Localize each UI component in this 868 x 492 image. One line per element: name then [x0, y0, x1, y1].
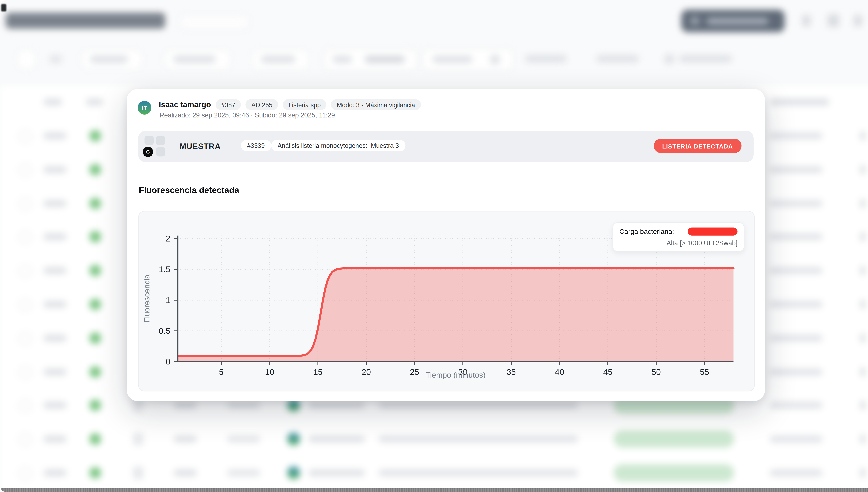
- toolbar-icon-1[interactable]: [802, 15, 811, 26]
- row-status-dot: [89, 130, 101, 142]
- row-type-text: [227, 436, 260, 443]
- x-axis-label: Tiempo (minutos): [178, 371, 733, 379]
- row-id-text: [44, 436, 67, 443]
- filter-categoria[interactable]: [523, 50, 574, 68]
- row-id-text: [44, 132, 67, 139]
- row-date-text: [770, 469, 822, 476]
- filter-resultado[interactable]: [594, 50, 647, 68]
- row-status-dot: [89, 164, 101, 175]
- row-drag-handle[interactable]: [133, 467, 143, 479]
- row-date-text: [770, 436, 822, 443]
- row-date-text: [770, 166, 822, 173]
- bottom-edge-bar: [0, 488, 868, 492]
- row-menu-button[interactable]: [861, 401, 865, 410]
- row-date-text: [770, 335, 822, 342]
- row-checkbox[interactable]: [19, 197, 31, 210]
- toolbar-icon-3[interactable]: [854, 15, 862, 26]
- test-id-badge: #387: [215, 99, 241, 110]
- row-date-text: [770, 402, 822, 409]
- page-title: [6, 13, 165, 29]
- row-ref-text: [174, 402, 197, 409]
- sample-analysis-badge: Análisis listeria monocytogenes: Muestra…: [271, 140, 405, 151]
- sample-type-label: MUESTRA: [180, 142, 221, 151]
- row-checkbox[interactable]: [19, 332, 31, 345]
- row-checkbox[interactable]: [19, 231, 31, 244]
- row-date-text: [770, 368, 822, 375]
- timestamps-meta: Realizado: 29 sep 2025, 09:46 · Subido: …: [159, 112, 335, 119]
- row-status-dot: [89, 366, 101, 377]
- table-row[interactable]: [0, 422, 868, 456]
- row-menu-button[interactable]: [861, 367, 865, 376]
- row-checkbox[interactable]: [19, 164, 31, 176]
- row-checkbox[interactable]: [19, 130, 31, 143]
- filter-estado[interactable]: [81, 50, 142, 69]
- filter-realizado-el[interactable]: [663, 50, 743, 68]
- y-axis-label: Fluorescencia: [142, 236, 151, 362]
- row-drag-handle[interactable]: [133, 433, 143, 445]
- target-badge: Listeria spp: [283, 99, 327, 110]
- row-menu-button[interactable]: [861, 300, 865, 309]
- chart-legend: Carga bacteriana: Alta [> 1000 UFC/Swab]: [612, 222, 744, 251]
- row-status-dot: [89, 433, 101, 445]
- row-checkbox[interactable]: [19, 467, 31, 480]
- row-checkbox[interactable]: [19, 400, 31, 412]
- svg-text:0.5: 0.5: [159, 326, 170, 336]
- row-menu-button[interactable]: [861, 131, 865, 141]
- primary-action-button[interactable]: [681, 10, 785, 32]
- mode-badge: Modo: 3 - Máxima vigilancia: [331, 99, 421, 110]
- device-badge: AD 255: [245, 99, 278, 110]
- row-operator-name: [308, 436, 365, 443]
- column-header-realizado[interactable]: [770, 99, 829, 105]
- row-analysis-text: [378, 469, 578, 476]
- fluorescence-plot: 51015202530354045505500.511.52: [178, 236, 733, 362]
- row-menu-button[interactable]: [861, 165, 865, 174]
- app-window: IT Isaac tamargo #387 AD 255 Listeria sp…: [0, 0, 868, 492]
- table-row[interactable]: [0, 456, 868, 490]
- svg-text:1.5: 1.5: [159, 265, 170, 274]
- result-status-badge: LISTERIA DETECTADA: [654, 139, 742, 153]
- row-operator-avatar: [287, 467, 300, 479]
- filter-label: [49, 55, 62, 63]
- row-menu-button[interactable]: [861, 334, 865, 343]
- window-corner-artifact: [1, 4, 6, 11]
- svg-text:2: 2: [166, 234, 170, 243]
- row-status-dot: [89, 467, 101, 478]
- toolbar-icon-2[interactable]: [827, 15, 839, 27]
- filter-bloque[interactable]: [252, 50, 309, 69]
- filter-proyecto[interactable]: [165, 50, 230, 69]
- svg-text:0: 0: [166, 357, 170, 366]
- sample-row: C MUESTRA #3339 Análisis listeria monocy…: [138, 131, 754, 162]
- column-header-id[interactable]: [44, 99, 62, 105]
- row-date-text: [770, 132, 822, 139]
- legend-swatch-high-load: [688, 228, 737, 236]
- row-date-text: [770, 267, 822, 274]
- chart-section-title: Fluorescencia detectada: [139, 185, 239, 195]
- svg-text:1: 1: [166, 296, 170, 305]
- avatar: IT: [138, 101, 151, 115]
- filter-toggle-button[interactable]: [17, 50, 36, 69]
- row-ref-text: [174, 469, 197, 476]
- row-date-text: [770, 301, 822, 308]
- row-id-text: [44, 233, 67, 241]
- row-checkbox[interactable]: [19, 366, 31, 379]
- row-operator-name: [308, 402, 365, 409]
- row-status-dot: [89, 332, 101, 344]
- row-checkbox[interactable]: [19, 265, 31, 277]
- legend-label: Carga bacteriana:: [619, 228, 674, 236]
- filter-tipo[interactable]: [324, 49, 417, 71]
- row-menu-button[interactable]: [861, 199, 865, 208]
- operator-name: Isaac tamargo: [159, 100, 211, 109]
- row-operator-avatar: [287, 433, 300, 445]
- row-id-text: [44, 166, 67, 173]
- column-header-tipo[interactable]: [86, 99, 103, 105]
- row-menu-button[interactable]: [861, 266, 865, 275]
- filter-aparatos[interactable]: [423, 49, 513, 71]
- brand-c-icon: C: [143, 147, 153, 157]
- row-id-text: [44, 301, 67, 308]
- row-menu-button[interactable]: [861, 468, 865, 477]
- row-menu-button[interactable]: [861, 435, 865, 444]
- row-checkbox[interactable]: [19, 433, 31, 446]
- row-status-dot: [89, 265, 101, 276]
- row-checkbox[interactable]: [19, 299, 31, 311]
- row-menu-button[interactable]: [861, 232, 865, 242]
